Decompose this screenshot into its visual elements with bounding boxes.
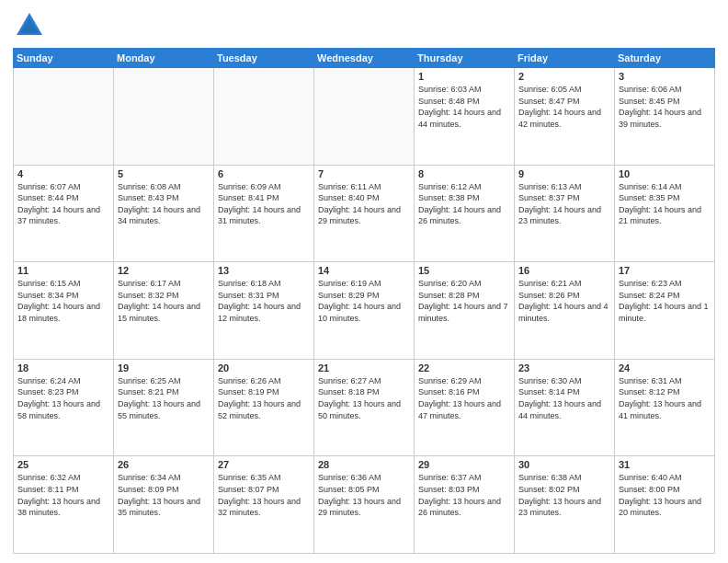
day-info: Sunrise: 6:34 AM Sunset: 8:09 PM Dayligh… [118, 472, 210, 518]
logo [13, 9, 50, 42]
day-number: 5 [118, 168, 210, 179]
day-number: 20 [218, 362, 310, 373]
day-info: Sunrise: 6:12 AM Sunset: 8:38 PM Dayligh… [418, 181, 510, 227]
calendar-cell: 20Sunrise: 6:26 AM Sunset: 8:19 PM Dayli… [214, 359, 314, 456]
weekday-header-monday: Monday [114, 49, 214, 68]
day-number: 26 [118, 459, 210, 470]
calendar-cell: 27Sunrise: 6:35 AM Sunset: 8:07 PM Dayli… [214, 456, 314, 554]
calendar-cell: 4Sunrise: 6:07 AM Sunset: 8:44 PM Daylig… [14, 165, 114, 262]
calendar-cell: 12Sunrise: 6:17 AM Sunset: 8:32 PM Dayli… [114, 262, 214, 360]
calendar-cell: 15Sunrise: 6:20 AM Sunset: 8:28 PM Dayli… [415, 262, 515, 360]
calendar-cell [114, 68, 214, 166]
calendar-cell: 31Sunrise: 6:40 AM Sunset: 8:00 PM Dayli… [615, 456, 715, 554]
day-info: Sunrise: 6:37 AM Sunset: 8:03 PM Dayligh… [418, 472, 510, 518]
day-number: 1 [418, 71, 510, 82]
calendar-cell: 22Sunrise: 6:29 AM Sunset: 8:16 PM Dayli… [415, 359, 515, 456]
calendar-cell: 5Sunrise: 6:08 AM Sunset: 8:43 PM Daylig… [114, 165, 214, 262]
week-row-1: 1Sunrise: 6:03 AM Sunset: 8:48 PM Daylig… [14, 68, 715, 166]
day-info: Sunrise: 6:05 AM Sunset: 8:47 PM Dayligh… [518, 84, 610, 130]
day-number: 10 [619, 168, 711, 179]
day-info: Sunrise: 6:20 AM Sunset: 8:28 PM Dayligh… [418, 278, 510, 324]
calendar-cell: 16Sunrise: 6:21 AM Sunset: 8:26 PM Dayli… [515, 262, 615, 360]
day-number: 25 [17, 459, 109, 470]
day-info: Sunrise: 6:11 AM Sunset: 8:40 PM Dayligh… [318, 181, 410, 227]
day-info: Sunrise: 6:19 AM Sunset: 8:29 PM Dayligh… [318, 278, 410, 324]
calendar-cell: 3Sunrise: 6:06 AM Sunset: 8:45 PM Daylig… [615, 68, 715, 166]
week-row-4: 18Sunrise: 6:24 AM Sunset: 8:23 PM Dayli… [14, 359, 715, 456]
week-row-2: 4Sunrise: 6:07 AM Sunset: 8:44 PM Daylig… [14, 165, 715, 262]
calendar-cell: 21Sunrise: 6:27 AM Sunset: 8:18 PM Dayli… [314, 359, 415, 456]
day-number: 11 [17, 265, 109, 276]
day-number: 3 [619, 71, 711, 82]
day-info: Sunrise: 6:24 AM Sunset: 8:23 PM Dayligh… [17, 375, 109, 421]
calendar-cell: 28Sunrise: 6:36 AM Sunset: 8:05 PM Dayli… [314, 456, 415, 554]
calendar-cell: 7Sunrise: 6:11 AM Sunset: 8:40 PM Daylig… [314, 165, 415, 262]
calendar-cell: 24Sunrise: 6:31 AM Sunset: 8:12 PM Dayli… [615, 359, 715, 456]
day-number: 4 [17, 168, 109, 179]
calendar-cell: 14Sunrise: 6:19 AM Sunset: 8:29 PM Dayli… [314, 262, 415, 360]
day-info: Sunrise: 6:06 AM Sunset: 8:45 PM Dayligh… [619, 84, 711, 130]
day-number: 12 [118, 265, 210, 276]
day-info: Sunrise: 6:08 AM Sunset: 8:43 PM Dayligh… [118, 181, 210, 227]
weekday-header-friday: Friday [515, 49, 615, 68]
day-number: 6 [218, 168, 310, 179]
day-number: 13 [218, 265, 310, 276]
calendar-cell: 11Sunrise: 6:15 AM Sunset: 8:34 PM Dayli… [14, 262, 114, 360]
day-info: Sunrise: 6:31 AM Sunset: 8:12 PM Dayligh… [619, 375, 711, 421]
day-number: 8 [418, 168, 510, 179]
day-info: Sunrise: 6:03 AM Sunset: 8:48 PM Dayligh… [418, 84, 510, 130]
calendar-cell: 6Sunrise: 6:09 AM Sunset: 8:41 PM Daylig… [214, 165, 314, 262]
day-info: Sunrise: 6:17 AM Sunset: 8:32 PM Dayligh… [118, 278, 210, 324]
day-info: Sunrise: 6:25 AM Sunset: 8:21 PM Dayligh… [118, 375, 210, 421]
day-number: 24 [619, 362, 711, 373]
day-info: Sunrise: 6:40 AM Sunset: 8:00 PM Dayligh… [619, 472, 711, 518]
day-number: 7 [318, 168, 410, 179]
day-number: 21 [318, 362, 410, 373]
calendar-table: SundayMondayTuesdayWednesdayThursdayFrid… [13, 48, 715, 554]
day-info: Sunrise: 6:18 AM Sunset: 8:31 PM Dayligh… [218, 278, 310, 324]
day-info: Sunrise: 6:27 AM Sunset: 8:18 PM Dayligh… [318, 375, 410, 421]
day-info: Sunrise: 6:29 AM Sunset: 8:16 PM Dayligh… [418, 375, 510, 421]
calendar-cell: 9Sunrise: 6:13 AM Sunset: 8:37 PM Daylig… [515, 165, 615, 262]
calendar-cell [14, 68, 114, 166]
day-number: 22 [418, 362, 510, 373]
day-number: 19 [118, 362, 210, 373]
day-number: 30 [518, 459, 610, 470]
calendar-cell: 18Sunrise: 6:24 AM Sunset: 8:23 PM Dayli… [14, 359, 114, 456]
calendar-cell: 25Sunrise: 6:32 AM Sunset: 8:11 PM Dayli… [14, 456, 114, 554]
calendar-cell: 2Sunrise: 6:05 AM Sunset: 8:47 PM Daylig… [515, 68, 615, 166]
calendar-cell: 10Sunrise: 6:14 AM Sunset: 8:35 PM Dayli… [615, 165, 715, 262]
day-number: 9 [518, 168, 610, 179]
day-number: 31 [619, 459, 711, 470]
day-number: 14 [318, 265, 410, 276]
day-info: Sunrise: 6:15 AM Sunset: 8:34 PM Dayligh… [17, 278, 109, 324]
weekday-header-tuesday: Tuesday [214, 49, 314, 68]
week-row-3: 11Sunrise: 6:15 AM Sunset: 8:34 PM Dayli… [14, 262, 715, 360]
calendar-cell: 29Sunrise: 6:37 AM Sunset: 8:03 PM Dayli… [415, 456, 515, 554]
day-number: 23 [518, 362, 610, 373]
page: SundayMondayTuesdayWednesdayThursdayFrid… [0, 0, 728, 563]
day-number: 28 [318, 459, 410, 470]
day-info: Sunrise: 6:14 AM Sunset: 8:35 PM Dayligh… [619, 181, 711, 227]
day-info: Sunrise: 6:21 AM Sunset: 8:26 PM Dayligh… [518, 278, 610, 324]
day-info: Sunrise: 6:32 AM Sunset: 8:11 PM Dayligh… [17, 472, 109, 518]
day-number: 2 [518, 71, 610, 82]
weekday-header-wednesday: Wednesday [314, 49, 415, 68]
day-number: 15 [418, 265, 510, 276]
week-row-5: 25Sunrise: 6:32 AM Sunset: 8:11 PM Dayli… [14, 456, 715, 554]
day-info: Sunrise: 6:26 AM Sunset: 8:19 PM Dayligh… [218, 375, 310, 421]
day-info: Sunrise: 6:36 AM Sunset: 8:05 PM Dayligh… [318, 472, 410, 518]
calendar-cell: 19Sunrise: 6:25 AM Sunset: 8:21 PM Dayli… [114, 359, 214, 456]
day-number: 18 [17, 362, 109, 373]
weekday-header-thursday: Thursday [415, 49, 515, 68]
weekday-header-saturday: Saturday [615, 49, 715, 68]
calendar-cell [214, 68, 314, 166]
day-info: Sunrise: 6:23 AM Sunset: 8:24 PM Dayligh… [619, 278, 711, 324]
day-info: Sunrise: 6:35 AM Sunset: 8:07 PM Dayligh… [218, 472, 310, 518]
day-info: Sunrise: 6:30 AM Sunset: 8:14 PM Dayligh… [518, 375, 610, 421]
calendar-cell: 8Sunrise: 6:12 AM Sunset: 8:38 PM Daylig… [415, 165, 515, 262]
calendar-cell [314, 68, 415, 166]
weekday-header-sunday: Sunday [14, 49, 114, 68]
calendar-cell: 26Sunrise: 6:34 AM Sunset: 8:09 PM Dayli… [114, 456, 214, 554]
calendar-cell: 23Sunrise: 6:30 AM Sunset: 8:14 PM Dayli… [515, 359, 615, 456]
